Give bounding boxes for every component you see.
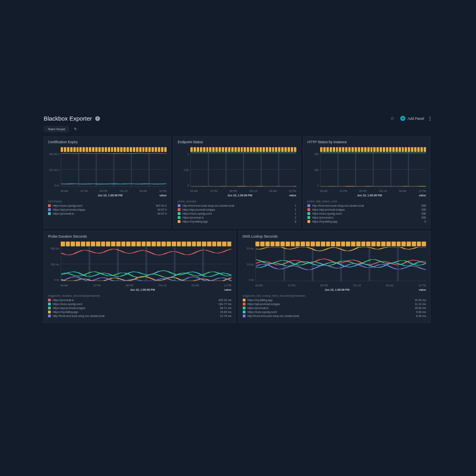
legend-value: 34.97 d (157, 212, 167, 215)
legend-value: 8.36 ms (416, 315, 426, 317)
legend-label: https://promcat.io (53, 299, 74, 301)
legend-label: https://my.failing.app (182, 220, 208, 223)
legend-row[interactable]: https://promcat.io 200 (307, 216, 426, 219)
legend-row[interactable]: https://docs.sysdig.com/ 467.54 d (48, 204, 167, 207)
legend-label: https://api.promcat.io/apps (53, 307, 85, 309)
legend-value: 200 (421, 204, 426, 207)
legend: probe_http_status_code http://front-end.… (307, 200, 426, 224)
dashboard-root: Blackbox Exporter i ☆ + Add Panel Team S… (44, 115, 430, 323)
scope-pill[interactable]: Team Scope (44, 126, 69, 132)
legend-title: avg(probe_duration_seconds)by(instance) (48, 294, 232, 297)
tick-strip (320, 147, 426, 152)
legend-label: https://api.promcat.io/apps (248, 303, 280, 305)
legend-row[interactable]: https://promcat.io 34.97 d (48, 212, 167, 215)
header-left: Blackbox Exporter i (44, 115, 100, 122)
plot (320, 153, 426, 187)
legend-value: 200 (421, 216, 426, 219)
plot (255, 247, 426, 281)
legend-value: 9.66 ms (416, 311, 426, 313)
legend-label: https://promcat.io (248, 307, 269, 309)
y-axis: 500 ms250 ms0 ns (48, 247, 59, 281)
legend-row[interactable]: http://front-end.sock-shop.svc.cluster.l… (307, 204, 426, 207)
legend-row[interactable]: https://promcat.io 10.82 ms (243, 307, 426, 309)
add-panel-label: Add Panel (407, 117, 424, 121)
panel-title: DNS Lookup Seconds (243, 234, 426, 238)
legend-value: 104.77 ms (219, 303, 232, 305)
legend-row[interactable]: http://front-end.sock-shop.svc.cluster.l… (243, 315, 426, 317)
legend-row[interactable]: https://api.promcat.io/apps 1 (178, 208, 296, 211)
legend-row[interactable]: http://front-end.sock-shop.svc.cluster.l… (48, 315, 232, 317)
panel-endpoint-status: Endpoint Status10.50006 AM12 PM06 PMThu … (173, 136, 301, 228)
legend-row[interactable]: https://my.failing.app 19.69 ms (48, 311, 232, 313)
legend: probe_success http://front-end.sock-shop… (178, 200, 296, 224)
legend-row[interactable]: https://my.failing.app 0 (307, 220, 426, 223)
legend-label: https://docs.sysdig.com/ (53, 204, 83, 207)
timestamp-row: Jun 10, 1:00:00 PMvalue (61, 288, 232, 291)
legend-value: 1 (295, 216, 296, 219)
legend-row[interactable]: https://docs.sysdig.com/ 200 (307, 212, 426, 215)
legend-label: https://promcat.io (182, 216, 204, 219)
timestamp-row: Jun 10, 1:00:00 PMvalue (320, 194, 426, 197)
legend-value: 12.79 ms (220, 315, 232, 317)
y-axis: 10.500 (178, 153, 189, 187)
legend-row[interactable]: https://promcat.io 1 (178, 216, 296, 219)
legend-row[interactable]: https://api.promcat.io/apps 34.97 d (48, 208, 167, 211)
legend: avg(probe_duration_seconds)by(instance) … (48, 294, 232, 319)
dashboard-header: Blackbox Exporter i ☆ + Add Panel (44, 115, 430, 122)
legend-value: 19.45 ms (415, 299, 426, 301)
legend-row[interactable]: https://my.failing.app 19.45 ms (243, 299, 426, 301)
legend-row[interactable]: https://api.promcat.io/apps 200 (307, 208, 426, 211)
legend-value: 0 (295, 220, 296, 223)
legend-label: https://promcat.io (312, 216, 334, 219)
x-axis: 06 AM12 PM06 PMThu 1006 AM12 PM (190, 190, 296, 192)
chart-area[interactable]: 200100006 AM12 PM06 PMThu 1006 AM12 PM (307, 153, 426, 192)
y-axis: 20 ms10 ms0 ns (243, 247, 254, 281)
legend-row[interactable]: https://api.promcat.io/apps 88.71 ms (48, 307, 232, 309)
legend-value: 1 (295, 212, 296, 215)
panel-dns-lookup: DNS Lookup Seconds20 ms10 ms0 ns06 AM12 … (238, 231, 431, 323)
panel-title: HTTP Status by instance (307, 140, 426, 144)
x-axis: 06 AM12 PM06 PMThu 1006 AM12 PM (320, 190, 426, 192)
info-icon[interactable]: i (95, 116, 100, 121)
legend-label: https://promcat.io (53, 212, 74, 215)
panel-http-status: HTTP Status by instance200100006 AM12 PM… (303, 136, 430, 228)
more-menu-icon[interactable] (430, 117, 430, 121)
legend-value: 1 (295, 208, 296, 211)
add-panel-button[interactable]: + Add Panel (400, 116, 424, 121)
legend-value: 1 (295, 204, 296, 207)
legend-label: https://docs.sysdig.com/ (53, 303, 83, 305)
legend: avg(probe_dns_lookup_time_seconds)by(ins… (243, 294, 426, 319)
panel-title: Endpoint Status (178, 140, 296, 144)
pencil-icon[interactable]: ✎ (74, 127, 77, 131)
legend-row[interactable]: http://front-end.sock-shop.svc.cluster.l… (178, 204, 296, 207)
panel-title: Probe Duration Seconds (48, 234, 232, 238)
legend-row[interactable]: https://promcat.io 425.32 ms (48, 299, 232, 301)
legend-label: https://api.promcat.io/apps (53, 208, 85, 211)
legend-value: 19.69 ms (220, 311, 232, 313)
legend-row[interactable]: https://docs.sysdig.com/ 1 (178, 212, 296, 215)
legend-label: https://api.promcat.io/apps (182, 208, 215, 211)
chart-area[interactable]: 20 ms10 ms0 ns06 AM12 PM06 PMThu 1006 AM… (243, 247, 426, 287)
chart-area[interactable]: 462.98 d231.49 d0 ns06 AM12 PM06 PMThu 1… (48, 153, 167, 192)
legend-value: 200 (421, 208, 426, 211)
chart-area[interactable]: 10.50006 AM12 PM06 PMThu 1006 AM12 PM (178, 153, 296, 192)
x-axis: 06 AM12 PM06 PMThu 1006 AM12 PM (61, 190, 167, 192)
legend: Cert Expiry https://docs.sysdig.com/ 467… (48, 200, 167, 216)
panel-probe-duration: Probe Duration Seconds500 ms250 ms0 ns06… (44, 231, 236, 323)
tick-strip (190, 147, 296, 152)
legend-row[interactable]: https://api.promcat.io/apps 11.13 ms (243, 303, 426, 305)
legend-row[interactable]: https://my.failing.app 0 (178, 220, 296, 223)
row-2: Probe Duration Seconds500 ms250 ms0 ns06… (44, 231, 430, 323)
header-right: ☆ + Add Panel (390, 115, 430, 121)
timestamp-row: Jun 10, 1:00:00 PMvalue (61, 194, 167, 197)
legend-row[interactable]: https://docs.sysdig.com/ 104.77 ms (48, 303, 232, 305)
legend-label: http://front-end.sock-shop.svc.cluster.l… (53, 315, 104, 317)
legend-row[interactable]: https://docs.sysdig.com/ 9.66 ms (243, 311, 426, 313)
star-icon[interactable]: ☆ (390, 115, 395, 121)
y-axis: 462.98 d231.49 d0 ns (48, 153, 59, 187)
legend-value: 34.97 d (157, 208, 167, 211)
legend-label: https://docs.sysdig.com/ (182, 212, 212, 215)
chart-area[interactable]: 500 ms250 ms0 ns06 AM12 PM06 PMThu 1006 … (48, 247, 232, 287)
tick-strip (61, 147, 167, 152)
panel-title: Certification Expiry (48, 140, 167, 144)
